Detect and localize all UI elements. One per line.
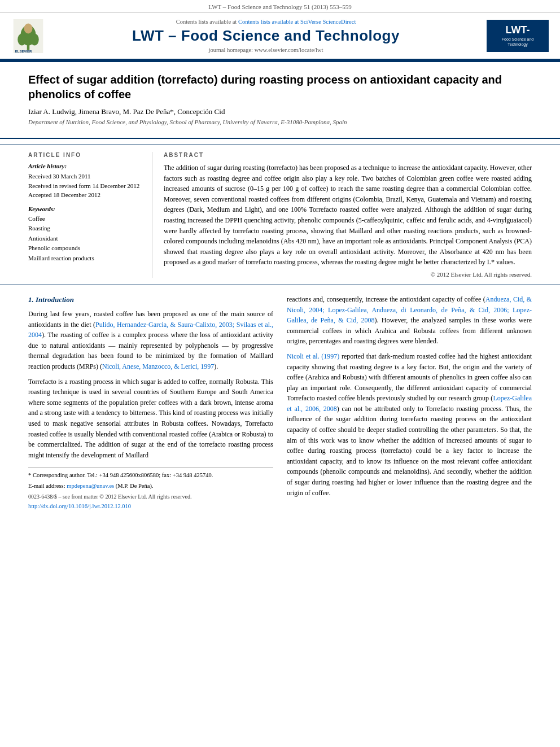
received-revised-text: Received in revised form 14 December 201… — [28, 182, 139, 189]
email-name: (M.P. De Peña). — [116, 483, 154, 489]
sciverse-link[interactable]: Contents lists available at SciVerse Sci… — [238, 19, 356, 25]
received-revised: Received in revised form 14 December 201… — [28, 181, 143, 191]
svg-point-4 — [30, 33, 39, 45]
elsevier-logo: ELSEVIER — [11, 19, 45, 53]
svg-text:ELSEVIER: ELSEVIER — [15, 49, 32, 53]
intro-heading: 1. Introduction — [28, 294, 273, 305]
received-date: Received 30 March 2011 — [28, 172, 143, 181]
keyword-maillard: Maillard reaction products — [28, 254, 143, 264]
keyword-antioxidant: Antioxidant — [28, 234, 143, 244]
ref-andueza[interactable]: Andueza, Cid, & Nicoli, 2004; Lopez-Gali… — [287, 295, 532, 324]
doi-line: http://dx.doi.org/10.1016/j.lwt.2012.12.… — [28, 502, 273, 511]
svg-point-3 — [18, 33, 26, 45]
abstract-column: ABSTRACT The addition of sugar during ro… — [164, 152, 532, 278]
right-content-col: reactions and, consequently, increase th… — [287, 294, 532, 513]
article-authors: Iziar A. Ludwig, Jimena Bravo, M. Paz De… — [28, 107, 532, 116]
svg-point-5 — [24, 23, 33, 33]
lwt-logo-subtext: Food Science and Technology — [493, 37, 542, 48]
lwt-logo-area: LWT- Food Science and Technology — [487, 20, 549, 52]
footnote-corresponding: * Corresponding author. Tel.: +34 948 42… — [28, 471, 273, 480]
journal-header: ELSEVIER Contents lists available at Con… — [0, 13, 560, 60]
email-link[interactable]: mpdepena@unav.es — [67, 483, 114, 489]
journal-title: LWT – Food Science and Technology — [45, 27, 487, 45]
abstract-text: The addition of sugar during roasting (t… — [164, 163, 532, 268]
keyword-phenolic: Phenolic compounds — [28, 243, 143, 254]
right-para1: reactions and, consequently, increase th… — [287, 294, 532, 347]
abstract-body: The addition of sugar during roasting (t… — [164, 164, 532, 266]
homepage-line: journal homepage: www.elsevier.com/locat… — [45, 47, 487, 53]
accepted-date: Accepted 18 December 2012 — [28, 190, 143, 200]
article-history: Article history: Received 30 March 2011 … — [28, 163, 143, 200]
article-title-section: Effect of sugar addition (torrefacto) du… — [0, 62, 560, 138]
two-col-content: 1. Introduction During last few years, r… — [28, 294, 532, 513]
keyword-coffee: Coffee — [28, 214, 143, 224]
article-info-column: ARTICLE INFO Article history: Received 3… — [28, 152, 152, 278]
left-content-col: 1. Introduction During last few years, r… — [28, 294, 273, 513]
blue-bottom-border — [0, 138, 560, 139]
ref-nicoli2[interactable]: Nicoli et al. (1997) — [287, 352, 339, 360]
article-affiliation: Department of Nutrition, Food Science, a… — [28, 119, 532, 125]
elsevier-tree-icon: ELSEVIER — [11, 19, 45, 53]
article-info-abstract-section: ARTICLE INFO Article history: Received 3… — [0, 145, 560, 278]
sciverse-line: Contents lists available at Contents lis… — [45, 19, 487, 25]
citation-text: LWT – Food Science and Technology 51 (20… — [208, 3, 351, 10]
intro-para2: Torrefacto is a roasting process in whic… — [28, 377, 273, 461]
doi-link[interactable]: http://dx.doi.org/10.1016/j.lwt.2012.12.… — [28, 503, 131, 509]
footnote-section: * Corresponding author. Tel.: +34 948 42… — [28, 467, 273, 510]
keywords-list: Coffee Roasting Antioxidant Phenolic com… — [28, 214, 143, 264]
lwt-logo-text: LWT- — [506, 24, 530, 36]
issn-line: 0023-6438/$ – see front matter © 2012 El… — [28, 492, 273, 501]
authors-text: Iziar A. Ludwig, Jimena Bravo, M. Paz De… — [28, 107, 225, 116]
article-title: Effect of sugar addition (torrefacto) du… — [28, 72, 532, 102]
keywords-section: Keywords: Coffee Roasting Antioxidant Ph… — [28, 206, 143, 264]
journal-header-center: Contents lists available at Contents lis… — [45, 19, 487, 53]
ref-pulido[interactable]: Pulido, Hernandez-Garcia, & Saura-Calixt… — [28, 321, 273, 339]
copyright-line: © 2012 Elsevier Ltd. All rights reserved… — [164, 271, 532, 278]
right-para2: Nicoli et al. (1997) reported that dark-… — [287, 351, 532, 498]
ref-lopez[interactable]: Lopez-Galilea et al., 2006, 2008 — [287, 394, 532, 413]
lwt-logo: LWT- Food Science and Technology — [487, 20, 549, 52]
email-text: mpdepena@unav.es — [67, 483, 114, 489]
main-content: 1. Introduction During last few years, r… — [0, 285, 560, 524]
keywords-label: Keywords: — [28, 206, 143, 212]
abstract-label: ABSTRACT — [164, 152, 532, 158]
ref-nicoli[interactable]: Nicoli, Anese, Manzocco, & Lerici, 1997 — [102, 362, 214, 370]
article-info-label: ARTICLE INFO — [28, 152, 143, 158]
journal-citation: LWT – Food Science and Technology 51 (20… — [0, 0, 560, 13]
history-label: Article history: — [28, 163, 143, 169]
intro-para1: During last few years, roasted coffee ha… — [28, 309, 273, 372]
footnote-email: E-mail address: mpdepena@unav.es (M.P. D… — [28, 482, 273, 491]
keyword-roasting: Roasting — [28, 224, 143, 234]
email-label: E-mail address: — [28, 483, 65, 489]
